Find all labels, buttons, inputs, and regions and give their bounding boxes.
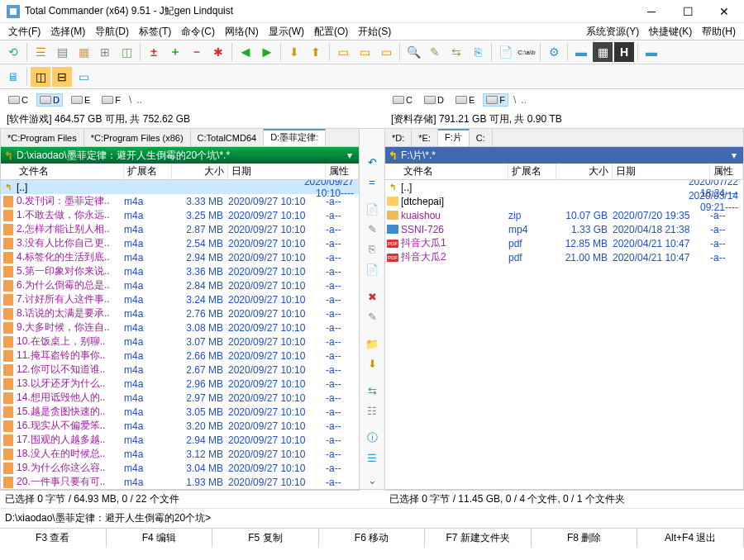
menu-item[interactable]: 配置(O) (309, 24, 353, 39)
col-attr[interactable]: 属性 (710, 164, 743, 179)
col-ext[interactable]: 扩展名 (124, 164, 172, 179)
fkey-button[interactable]: F4 编辑 (107, 529, 213, 548)
file-row[interactable]: 20.一件事只要有可..m4a1.93 MB2020/09/27 10:10-a… (1, 475, 359, 489)
file-row[interactable]: PDF抖音大瓜2pdf21.00 MB2020/04/21 10:47-a-- (385, 250, 743, 264)
drive-button-f[interactable]: F (483, 93, 508, 107)
col-date[interactable]: 日期 (228, 164, 326, 179)
file-row[interactable]: 12.你可以不知道谁..m4a2.67 MB2020/09/27 10:10-a… (1, 363, 359, 377)
fkey-button[interactable]: F7 新建文件夹 (425, 529, 532, 548)
menu-item[interactable]: 导航(D) (90, 24, 134, 39)
fkey-button[interactable]: F3 查看 (0, 529, 107, 548)
tool1-icon[interactable]: ▬ (571, 42, 591, 62)
mid-pack-icon[interactable]: ⬇ (363, 355, 381, 373)
col-size[interactable]: 大小 (556, 164, 613, 179)
view-custom-icon[interactable]: ◫ (117, 42, 136, 62)
mid-delete-icon[interactable]: ✖ (363, 287, 381, 305)
file-row[interactable]: PDF抖音大瓜1pdf12.85 MB2020/04/21 10:47-a-- (385, 236, 743, 250)
menu-item[interactable]: 网络(N) (220, 24, 264, 39)
left-pathbar[interactable]: ↰ D:\xiaodao\墨菲定律：避开人生倒霉的20个坑\*.* ▾ (1, 147, 359, 164)
pack-icon[interactable]: ⬇ (284, 42, 304, 62)
notepad-icon[interactable]: 📄 (495, 42, 515, 62)
file-row[interactable]: 17.围观的人越多越..m4a2.94 MB2020/09/27 10:10-a… (1, 433, 359, 447)
menu-item[interactable]: 命令(C) (176, 24, 220, 39)
left-filelist[interactable]: ↰[..]2020/09/27 10:10----0.发刊词：墨菲定律..m4a… (1, 180, 359, 489)
tab[interactable]: D:墨菲定律: (264, 129, 326, 146)
file-row[interactable]: [dtchepai]2020/03/14 09:21---- (385, 194, 743, 208)
maximize-button[interactable]: ☐ (670, 0, 706, 23)
mid-props-icon[interactable]: ⓘ (363, 429, 381, 447)
tab[interactable]: D: (385, 129, 412, 146)
menu-item[interactable]: 帮助(H) (697, 24, 741, 39)
multirename-icon[interactable]: ✎ (425, 42, 445, 62)
unpack-icon[interactable]: ⬆ (306, 42, 326, 62)
sel-star-icon[interactable]: ✱ (208, 42, 228, 62)
tab[interactable]: C:Program Files (x86) (84, 129, 191, 146)
drive-button-c[interactable]: C (389, 93, 416, 107)
fkey-button[interactable]: Alt+F4 退出 (637, 529, 744, 548)
menu-item[interactable]: 开始(S) (353, 24, 396, 39)
col-size[interactable]: 大小 (172, 164, 228, 179)
panel-layout3-icon[interactable]: ▭ (74, 67, 93, 87)
col-name[interactable]: 文件名 (16, 164, 124, 179)
view-brief-icon[interactable]: ☰ (31, 42, 50, 62)
tab[interactable]: C:TotalCMD64 (191, 129, 265, 146)
file-row[interactable]: 7.讨好所有人这件事..m4a3.24 MB2020/09/27 10:10-a… (1, 292, 359, 306)
file-row[interactable]: 13.以牙还牙为什么..m4a2.96 MB2020/09/27 10:10-a… (1, 377, 359, 391)
col-ext[interactable]: 扩展名 (508, 164, 556, 179)
file-row[interactable]: 15.越是贪图快速的..m4a3.05 MB2020/09/27 10:10-a… (1, 405, 359, 419)
panel-layout1-icon[interactable]: ◫ (31, 67, 50, 87)
col-name[interactable]: 文件名 (400, 164, 508, 179)
drive-nav[interactable]: \ (129, 94, 131, 106)
minimize-button[interactable]: ─ (633, 0, 670, 23)
col-date[interactable]: 日期 (613, 164, 710, 179)
file-row[interactable]: 3.没有人比你自己更..m4a2.54 MB2020/09/27 10:10-a… (1, 236, 359, 250)
forward-icon[interactable]: ► (257, 42, 277, 62)
menu-item[interactable]: 选择(M) (45, 24, 90, 39)
file-row[interactable]: 16.现实从不偏爱笨..m4a3.20 MB2020/09/27 10:10-a… (1, 419, 359, 433)
tab[interactable]: F:片 (438, 129, 470, 146)
tool-h-icon[interactable]: H (614, 42, 634, 62)
file-row[interactable]: 8.话说的太满是要承..m4a2.76 MB2020/09/27 10:10-a… (1, 306, 359, 320)
history-dropdown-icon[interactable]: ▾ (344, 149, 355, 161)
ftp-disconnect-icon[interactable]: ▭ (376, 42, 396, 62)
view-tree-icon[interactable]: ⊞ (95, 42, 115, 62)
file-row[interactable]: ↰[..]2020/09/27 10:10---- (1, 180, 359, 194)
computer-icon[interactable]: 🖥 (3, 67, 23, 87)
right-filelist[interactable]: ↰[..]2020/07/22 18:24----[dtchepai]2020/… (385, 180, 743, 489)
file-row[interactable]: 2.怎样才能让别人相..m4a2.87 MB2020/09/27 10:10-a… (1, 222, 359, 236)
file-row[interactable]: 18.没人在的时候总..m4a3.12 MB2020/09/27 10:10-a… (1, 447, 359, 461)
ftp-connect-icon[interactable]: ▭ (333, 42, 353, 62)
menu-item[interactable]: 标签(T) (134, 24, 176, 39)
right-pathbar[interactable]: ↰ F:\片\*.* ▾ (385, 147, 743, 164)
view-full-icon[interactable]: ▤ (52, 42, 72, 62)
desktop-icon[interactable]: ▬ (641, 42, 661, 62)
drive-button-e[interactable]: E (68, 93, 93, 107)
menu-item[interactable]: 快捷键(K) (644, 24, 697, 39)
file-row[interactable]: 5.第一印象对你来说..m4a3.36 MB2020/09/27 10:10-a… (1, 264, 359, 278)
cmd-icon[interactable]: C:\a\b (517, 42, 537, 62)
file-row[interactable]: 11.掩耳盗铃的事你..m4a2.66 MB2020/09/27 10:10-a… (1, 349, 359, 363)
drive-button-d[interactable]: D (421, 93, 447, 107)
fkey-button[interactable]: F5 复制 (212, 529, 319, 548)
settings-icon[interactable]: ⚙ (544, 42, 564, 62)
mid-copy-icon[interactable]: ⎘ (363, 240, 381, 258)
col-attr[interactable]: 属性 (326, 164, 359, 179)
search-icon[interactable]: 🔍 (403, 42, 423, 62)
mid-view-icon[interactable]: 📄 (363, 201, 381, 218)
close-button[interactable]: ✕ (706, 0, 742, 23)
drive-nav[interactable]: .. (136, 94, 142, 106)
back-icon[interactable]: ◄ (236, 42, 255, 62)
drive-button-e[interactable]: E (452, 93, 478, 107)
reload-icon[interactable]: ⟲ (3, 42, 23, 62)
mid-new-icon[interactable]: 📄 (363, 261, 381, 278)
ftp-new-icon[interactable]: ▭ (355, 42, 374, 62)
drive-nav[interactable]: \ (513, 94, 516, 106)
fkey-button[interactable]: F6 移动 (319, 529, 426, 548)
sel-minus-icon[interactable]: － (187, 42, 207, 62)
tab[interactable]: C:Program Files (1, 129, 84, 146)
mid-down-icon[interactable]: ⌄ (363, 472, 381, 489)
drive-button-c[interactable]: C (5, 93, 31, 107)
copy-names-icon[interactable]: ⎘ (468, 42, 488, 62)
tab[interactable]: E: (412, 129, 438, 146)
menu-item[interactable]: 文件(F) (3, 24, 45, 39)
